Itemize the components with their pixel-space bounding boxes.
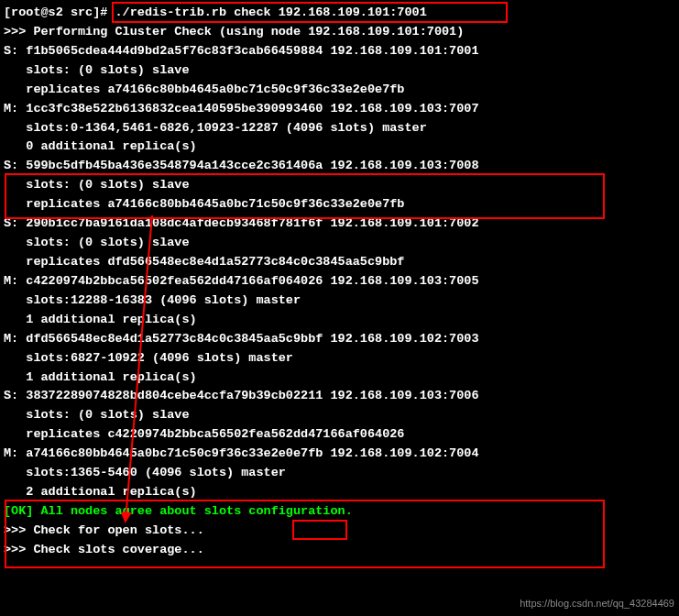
- terminal-line: replicates c4220974b2bbca56502fea562dd47…: [4, 425, 679, 445]
- terminal-line: 2 additional replica(s): [4, 483, 679, 502]
- terminal-line: slots: (0 slots) slave: [4, 176, 679, 195]
- terminal-line: S: 38372289074828bd804cebe4ccfa79b39cb02…: [4, 387, 679, 406]
- terminal-line: slots: (0 slots) slave: [4, 61, 679, 81]
- terminal-line: S: 290b1cc7ba9161da108dc4afdecb93468f781…: [4, 214, 679, 234]
- terminal-line: S: 599bc5dfb45ba436e3548794a143cce2c3614…: [4, 157, 679, 176]
- terminal-line: M: dfd566548ec8e4d1a52773c84c0c3845aa5c9…: [4, 330, 679, 349]
- terminal-line: 1 additional replica(s): [4, 311, 679, 330]
- terminal-line: >>> Check for open slots...: [4, 522, 679, 541]
- terminal-line: slots:6827-10922 (4096 slots) master: [4, 349, 679, 368]
- terminal-line: replicates a74166c80bb4645a0bc71c50c9f36…: [4, 195, 679, 214]
- terminal-line: [root@s2 src]# ./redis-trib.rb check 192…: [4, 4, 679, 23]
- terminal-line: replicates a74166c80bb4645a0bc71c50c9f36…: [4, 81, 679, 100]
- terminal-output: [root@s2 src]# ./redis-trib.rb check 192…: [4, 4, 679, 560]
- terminal-line: M: c4220974b2bbca56502fea562dd47166af064…: [4, 272, 679, 292]
- terminal-line: >>> Performing Cluster Check (using node…: [4, 23, 679, 42]
- terminal-line: 0 additional replica(s): [4, 138, 679, 157]
- terminal-line: S: f1b5065cdea444d9bd2a5f76c83f3cab66459…: [4, 42, 679, 61]
- terminal-line: M: a74166c80bb4645a0bc71c50c9f36c33e2e0e…: [4, 445, 679, 464]
- terminal-line: slots:1365-5460 (4096 slots) master: [4, 464, 679, 483]
- terminal-line: slots: (0 slots) slave: [4, 406, 679, 425]
- terminal-line: slots:12288-16383 (4096 slots) master: [4, 292, 679, 311]
- terminal-line: [OK] All nodes agree about slots configu…: [4, 502, 679, 522]
- terminal-line: >>> Check slots coverage...: [4, 541, 679, 560]
- terminal-line: slots:0-1364,5461-6826,10923-12287 (4096…: [4, 119, 679, 138]
- terminal-line: 1 additional replica(s): [4, 368, 679, 388]
- terminal-line: slots: (0 slots) slave: [4, 234, 679, 253]
- terminal-line: M: 1cc3fc38e522b6136832cea140595be390993…: [4, 100, 679, 119]
- terminal-line: replicates dfd566548ec8e4d1a52773c84c0c3…: [4, 253, 679, 272]
- watermark-text: https://blog.csdn.net/qq_43284469: [520, 596, 674, 611]
